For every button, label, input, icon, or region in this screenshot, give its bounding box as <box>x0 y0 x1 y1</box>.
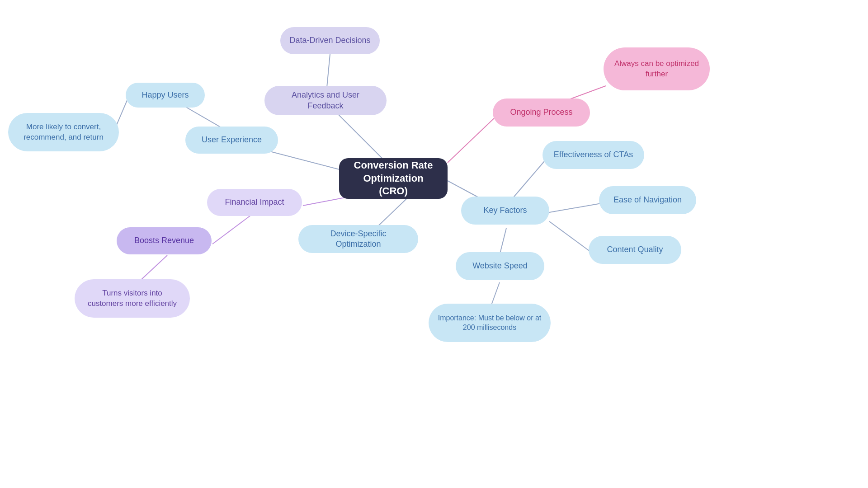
website-speed-node: Website Speed <box>456 252 544 280</box>
ongoing-process-node: Ongoing Process <box>493 99 590 127</box>
effectiveness-ctas-node: Effectiveness of CTAs <box>542 141 644 169</box>
importance-speed-node: Importance: Must be below or at 200 mill… <box>429 304 551 342</box>
happy-users-node: Happy Users <box>126 83 205 108</box>
svg-line-13 <box>549 203 601 212</box>
turns-visitors-node: Turns visitors into customers more effic… <box>75 279 190 318</box>
device-specific-node: Device-Specific Optimization <box>298 225 418 253</box>
user-experience-node: User Experience <box>185 127 278 154</box>
center-node: Conversion Rate Optimization (CRO) <box>339 158 448 199</box>
svg-line-15 <box>500 228 506 255</box>
always-optimized-node: Always can be optimized further <box>604 47 710 90</box>
data-driven-node: Data-Driven Decisions <box>280 27 380 54</box>
svg-line-14 <box>549 221 592 253</box>
financial-impact-node: Financial Impact <box>207 189 302 216</box>
svg-line-5 <box>448 115 497 163</box>
content-quality-node: Content Quality <box>589 236 681 264</box>
ease-navigation-node: Ease of Navigation <box>599 186 696 214</box>
analytics-node: Analytics and User Feedback <box>264 86 387 115</box>
key-factors-node: Key Factors <box>461 197 549 225</box>
boosts-revenue-node: Boosts Revenue <box>117 227 212 254</box>
more-likely-node: More likely to convert, recommend, and r… <box>8 113 119 151</box>
